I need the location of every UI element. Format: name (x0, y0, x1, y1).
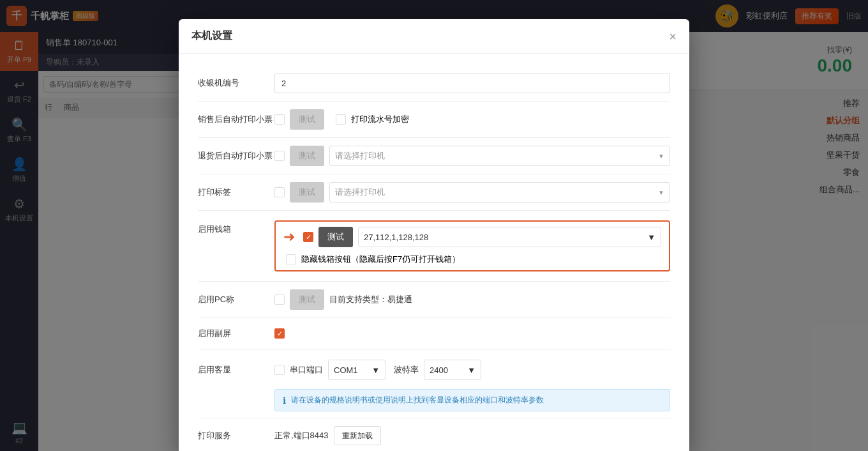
customer-display-label: 启用客显 (198, 364, 274, 376)
port-label: 串口端口 (290, 364, 323, 376)
refund-printer-select[interactable]: 请选择打印机 ▼ (329, 146, 670, 166)
auto-print-sale-label: 销售后自动打印小票 (198, 114, 274, 125)
cashier-number-row: 收银机编号 (198, 66, 670, 100)
pc-scale-row: 启用PC称 测试 目前支持类型：易捷通 (198, 283, 670, 316)
customer-display-info: ℹ 请在设备的规格说明书或使用说明上找到客显设备相应的端口和波特率参数 (274, 389, 670, 411)
print-service-row: 打印服务 正常,端口8443 重新加载 (198, 420, 670, 451)
cash-drawer-highlight-box: ➜ ✓ 测试 27,112,1,128,128 ▼ 隐藏钱箱按钮（隐藏 (274, 220, 670, 271)
sub-screen-label: 启用副屏 (198, 328, 274, 339)
auto-print-refund-row: 退货后自动打印小票 测试 请选择打印机 ▼ (198, 139, 670, 172)
customer-display-control: 串口端口 COM1 ▼ 波特率 2400 ▼ (274, 360, 670, 380)
label-printer-placeholder: 请选择打印机 (335, 187, 385, 198)
refund-printer-arrow-icon: ▼ (658, 153, 664, 160)
dialog-title: 本机设置 (191, 29, 232, 43)
settings-dialog: 本机设置 × 收银机编号 销售后自动打印小票 (179, 19, 689, 451)
customer-display-row: 启用客显 串口端口 COM1 ▼ 波特率 2400 ▼ (198, 356, 670, 384)
print-label-control: 测试 请选择打印机 ▼ (274, 182, 670, 203)
print-label-row: 打印标签 测试 请选择打印机 ▼ (198, 176, 670, 209)
cashier-number-input[interactable] (274, 73, 670, 93)
cashier-number-label: 收银机编号 (198, 77, 274, 89)
customer-display-section: 启用客显 串口端口 COM1 ▼ 波特率 2400 ▼ (198, 351, 670, 417)
refund-printer-placeholder: 请选择打印机 (335, 150, 385, 162)
print-label-checkbox[interactable] (274, 187, 285, 197)
print-service-control: 正常,端口8443 重新加载 (274, 426, 670, 445)
cash-drawer-checkbox[interactable]: ✓ (303, 232, 313, 242)
cash-drawer-sub-row: 隐藏钱箱按钮（隐藏后按F7仍可打开钱箱） (283, 254, 661, 265)
dialog-close-button[interactable]: × (669, 30, 677, 43)
auto-print-sale-row: 销售后自动打印小票 测试 打印流水号加密 (198, 103, 670, 136)
reload-button[interactable]: 重新加载 (334, 426, 381, 445)
auto-print-refund-checkbox[interactable] (274, 151, 285, 161)
encrypt-checkbox[interactable] (336, 114, 346, 125)
pc-scale-checkbox[interactable] (274, 294, 285, 305)
hide-drawer-label: 隐藏钱箱按钮（隐藏后按F7仍可打开钱箱） (301, 254, 460, 265)
app-background: 千 千帆掌柜 高级版 🐝 彩虹便利店 推荐有奖 旧版 🗒 开单 F9 ↩ 退货 … (0, 0, 868, 451)
print-label-test-btn[interactable]: 测试 (290, 182, 324, 203)
cash-drawer-value-select[interactable]: 27,112,1,128,128 ▼ (358, 227, 661, 247)
pc-scale-control: 测试 目前支持类型：易捷通 (274, 289, 670, 310)
com-port-select[interactable]: COM1 ▼ (328, 360, 385, 380)
pc-scale-label: 启用PC称 (198, 294, 274, 305)
cashier-number-control (274, 73, 670, 93)
modal-overlay: 本机设置 × 收银机编号 销售后自动打印小票 (0, 0, 868, 451)
auto-print-refund-label: 退货后自动打印小票 (198, 150, 274, 162)
cash-drawer-row: 启用钱箱 ➜ ✓ 测试 27,112,1,128,128 ▼ (198, 212, 670, 280)
pc-scale-test-btn[interactable]: 测试 (290, 289, 324, 310)
auto-print-sale-test-btn[interactable]: 测试 (290, 109, 324, 130)
dialog-header: 本机设置 × (179, 19, 689, 54)
cash-drawer-inner-row: ➜ ✓ 测试 27,112,1,128,128 ▼ (283, 227, 661, 247)
baud-label: 波特率 (394, 364, 419, 376)
cash-drawer-highlight-area: ➜ ✓ 测试 27,112,1,128,128 ▼ 隐藏钱箱按钮（隐藏 (274, 217, 670, 275)
cash-drawer-label: 启用钱箱 (198, 217, 274, 235)
print-service-status: 正常,端口8443 (274, 430, 329, 441)
com-value: COM1 (334, 365, 358, 375)
customer-display-checkbox[interactable] (274, 365, 285, 375)
print-label-label: 打印标签 (198, 187, 274, 198)
pc-scale-support-text: 目前支持类型：易捷通 (329, 294, 412, 305)
label-printer-arrow-icon: ▼ (658, 189, 664, 196)
auto-print-sale-control: 测试 打印流水号加密 (274, 109, 670, 130)
com-arrow-icon: ▼ (371, 365, 380, 375)
cash-drawer-value: 27,112,1,128,128 (364, 233, 428, 242)
red-arrow-icon: ➜ (283, 229, 295, 245)
auto-print-refund-test-btn[interactable]: 测试 (290, 146, 324, 166)
auto-print-refund-control: 测试 请选择打印机 ▼ (274, 146, 670, 166)
baud-value: 2400 (430, 365, 448, 375)
sub-screen-row: 启用副屏 ✓ (198, 319, 670, 348)
info-text: 请在设备的规格说明书或使用说明上找到客显设备相应的端口和波特率参数 (291, 395, 544, 406)
sub-screen-control: ✓ (274, 328, 670, 339)
label-printer-select[interactable]: 请选择打印机 ▼ (329, 182, 670, 203)
hide-drawer-checkbox[interactable] (286, 254, 296, 264)
print-service-label: 打印服务 (198, 430, 274, 441)
dialog-body: 收银机编号 销售后自动打印小票 测试 打印流水号加密 (179, 54, 689, 451)
cash-drawer-arrow-icon: ▼ (647, 233, 655, 242)
encrypt-label: 打印流水号加密 (351, 114, 409, 125)
baud-arrow-icon: ▼ (467, 365, 475, 375)
info-icon: ℹ (283, 395, 286, 406)
info-box: ℹ 请在设备的规格说明书或使用说明上找到客显设备相应的端口和波特率参数 (274, 389, 670, 411)
cash-drawer-test-btn[interactable]: 测试 (318, 227, 353, 247)
sub-screen-checkbox[interactable]: ✓ (274, 328, 285, 339)
auto-print-sale-checkbox[interactable] (274, 114, 285, 125)
baud-rate-select[interactable]: 2400 ▼ (424, 360, 481, 380)
